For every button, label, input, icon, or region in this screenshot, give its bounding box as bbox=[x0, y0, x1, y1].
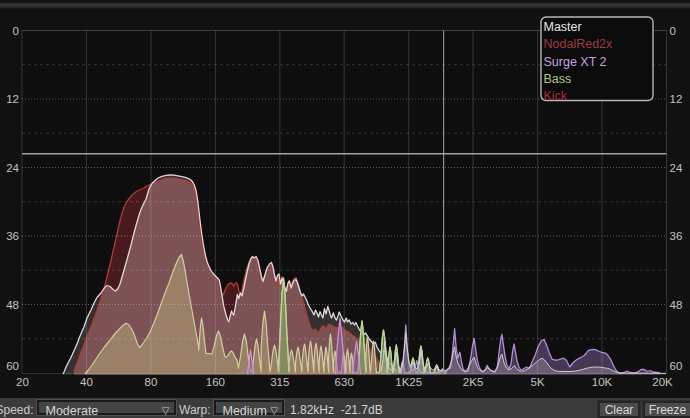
svg-text:NodalRed2x: NodalRed2x bbox=[544, 37, 614, 51]
svg-text:1K25: 1K25 bbox=[395, 376, 422, 388]
svg-text:630: 630 bbox=[335, 376, 354, 388]
svg-text:160: 160 bbox=[206, 376, 225, 388]
svg-text:40: 40 bbox=[80, 376, 93, 388]
svg-text:Bass: Bass bbox=[544, 72, 572, 86]
svg-text:20K: 20K bbox=[652, 376, 673, 388]
svg-text:48: 48 bbox=[6, 299, 19, 311]
svg-text:48: 48 bbox=[670, 299, 683, 311]
svg-text:24: 24 bbox=[6, 162, 19, 174]
svg-text:315: 315 bbox=[270, 376, 289, 388]
svg-text:80: 80 bbox=[145, 376, 158, 388]
svg-text:12: 12 bbox=[670, 93, 683, 105]
svg-text:24: 24 bbox=[670, 162, 683, 174]
svg-text:36: 36 bbox=[6, 230, 19, 242]
svg-text:Master: Master bbox=[544, 20, 582, 34]
svg-text:20: 20 bbox=[16, 376, 29, 388]
svg-text:2K5: 2K5 bbox=[463, 376, 483, 388]
svg-text:12: 12 bbox=[6, 93, 19, 105]
svg-text:60: 60 bbox=[6, 360, 19, 372]
svg-text:0: 0 bbox=[13, 25, 19, 37]
svg-text:10K: 10K bbox=[592, 376, 613, 388]
svg-text:5K: 5K bbox=[531, 376, 545, 388]
svg-text:60: 60 bbox=[670, 360, 683, 372]
svg-text:Kick: Kick bbox=[544, 89, 568, 103]
svg-text:0: 0 bbox=[670, 25, 676, 37]
svg-text:Surge XT 2: Surge XT 2 bbox=[544, 55, 607, 69]
svg-text:36: 36 bbox=[670, 230, 683, 242]
